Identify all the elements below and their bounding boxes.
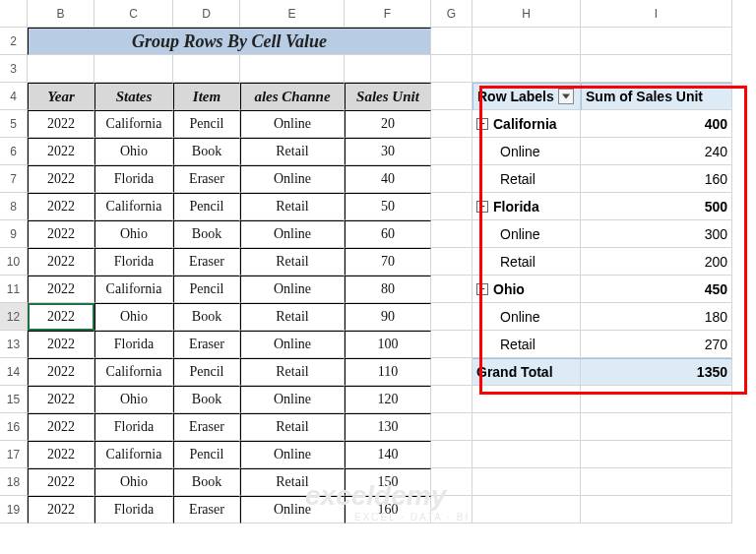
cell-state-13[interactable]: Ohio [94,468,173,496]
cell-year-9[interactable]: 2022 [28,358,94,386]
cell-unit-3[interactable]: 50 [345,193,431,220]
cell-item-12[interactable]: Pencil [173,441,240,468]
cell-empty-r3-3[interactable] [240,55,345,83]
cell-unit-5[interactable]: 70 [345,248,431,276]
col-header-F[interactable]: F [345,0,431,28]
cell-unit-12[interactable]: 140 [345,441,431,468]
row-header-15[interactable]: 15 [0,386,28,413]
pivot-group-total-0[interactable]: 400 [581,110,732,138]
row-header-18[interactable]: 18 [0,468,28,496]
cell-year-8[interactable]: 2022 [28,331,94,358]
cell-item-4[interactable]: Book [173,220,240,248]
cell-H-17[interactable] [472,441,581,468]
pivot-val-1-0[interactable]: 300 [581,220,732,248]
col-header-B[interactable]: B [28,0,94,28]
cell-item-3[interactable]: Pencil [173,193,240,220]
cell-G4[interactable] [431,83,472,110]
cell-H-19[interactable] [472,496,581,523]
row-header-2[interactable]: 2 [0,28,28,55]
cell-H-18[interactable] [472,468,581,496]
collapse-icon[interactable]: − [476,118,488,130]
pivot-val-0-0[interactable]: 240 [581,138,732,165]
cell-item-6[interactable]: Pencil [173,276,240,303]
pivot-row-2-1[interactable]: Retail [472,331,581,358]
col-header-E[interactable]: E [240,0,345,28]
cell-empty-r3-6[interactable] [472,55,581,83]
cell-channel-6[interactable]: Online [240,276,345,303]
cell-year-12[interactable]: 2022 [28,441,94,468]
cell-G-5[interactable] [431,110,472,138]
dropdown-icon[interactable] [558,89,574,104]
pivot-group-0[interactable]: −California [472,110,581,138]
cell-channel-0[interactable]: Online [240,110,345,138]
cell-channel-5[interactable]: Retail [240,248,345,276]
cell-channel-4[interactable]: Online [240,220,345,248]
row-header-6[interactable]: 6 [0,138,28,165]
cell-G-8[interactable] [431,193,472,220]
cell-G-17[interactable] [431,441,472,468]
cell-item-7[interactable]: Book [173,303,240,331]
cell-channel-12[interactable]: Online [240,441,345,468]
cell-I-15[interactable] [581,386,732,413]
cell-unit-4[interactable]: 60 [345,220,431,248]
row-header-7[interactable]: 7 [0,165,28,193]
cell-item-10[interactable]: Book [173,386,240,413]
pivot-group-total-2[interactable]: 450 [581,276,732,303]
cell-unit-0[interactable]: 20 [345,110,431,138]
cell-item-0[interactable]: Pencil [173,110,240,138]
cell-state-6[interactable]: California [94,276,173,303]
cell-item-2[interactable]: Eraser [173,165,240,193]
cell-G-18[interactable] [431,468,472,496]
pivot-val-1-1[interactable]: 200 [581,248,732,276]
row-header-10[interactable]: 10 [0,248,28,276]
cell-empty-r3-4[interactable] [345,55,431,83]
cell-H-15[interactable] [472,386,581,413]
cell-G-12[interactable] [431,303,472,331]
pivot-header-rowlabels[interactable]: Row Labels [472,83,581,110]
collapse-icon[interactable]: − [476,283,488,295]
row-header-12[interactable]: 12 [0,303,28,331]
pivot-row-0-0[interactable]: Online [472,138,581,165]
cell-state-3[interactable]: California [94,193,173,220]
cell-unit-6[interactable]: 80 [345,276,431,303]
cell-G-6[interactable] [431,138,472,165]
cell-year-1[interactable]: 2022 [28,138,94,165]
cell-G-13[interactable] [431,331,472,358]
cell-G-19[interactable] [431,496,472,523]
row-header-9[interactable]: 9 [0,220,28,248]
cell-G-15[interactable] [431,386,472,413]
cell-channel-10[interactable]: Online [240,386,345,413]
cell-G2[interactable] [431,28,472,55]
row-header-3[interactable]: 3 [0,55,28,83]
cell-item-1[interactable]: Book [173,138,240,165]
cell-state-11[interactable]: Florida [94,413,173,441]
cell-year-14[interactable]: 2022 [28,496,94,523]
pivot-row-0-1[interactable]: Retail [472,165,581,193]
cell-state-0[interactable]: California [94,110,173,138]
col-header-I[interactable]: I [581,0,732,28]
cell-G-11[interactable] [431,276,472,303]
row-header-8[interactable]: 8 [0,193,28,220]
cell-year-13[interactable]: 2022 [28,468,94,496]
cell-unit-13[interactable]: 150 [345,468,431,496]
cell-empty-r3-7[interactable] [581,55,732,83]
cell-item-5[interactable]: Eraser [173,248,240,276]
cell-state-1[interactable]: Ohio [94,138,173,165]
pivot-group-1[interactable]: −Florida [472,193,581,220]
cell-G-7[interactable] [431,165,472,193]
cell-empty-r3-1[interactable] [94,55,173,83]
cell-year-4[interactable]: 2022 [28,220,94,248]
cell-G-9[interactable] [431,220,472,248]
cell-unit-1[interactable]: 30 [345,138,431,165]
cell-year-7[interactable]: 2022 [28,303,94,331]
cell-year-6[interactable]: 2022 [28,276,94,303]
cell-channel-11[interactable]: Retail [240,413,345,441]
col-header-C[interactable]: C [94,0,173,28]
cell-unit-8[interactable]: 100 [345,331,431,358]
pivot-row-1-0[interactable]: Online [472,220,581,248]
cell-year-3[interactable]: 2022 [28,193,94,220]
cell-I-17[interactable] [581,441,732,468]
cell-state-5[interactable]: Florida [94,248,173,276]
row-header-19[interactable]: 19 [0,496,28,523]
pivot-row-2-0[interactable]: Online [472,303,581,331]
